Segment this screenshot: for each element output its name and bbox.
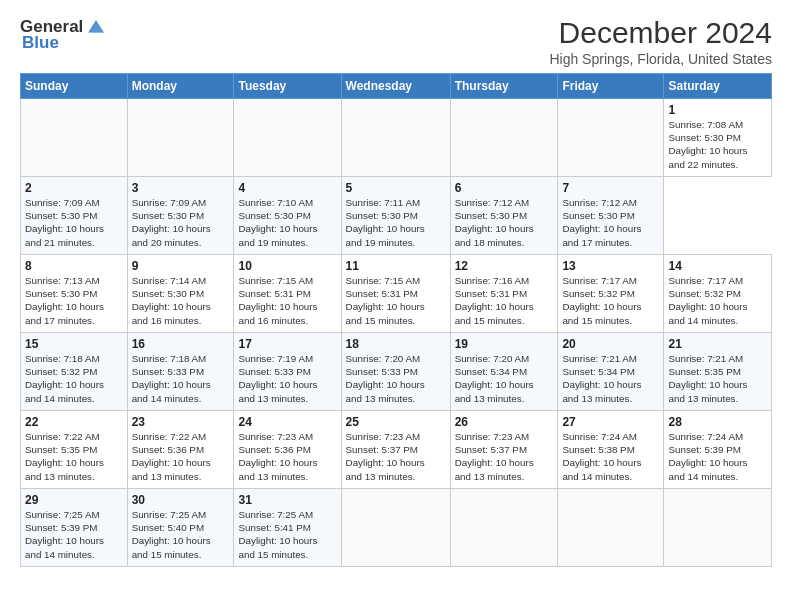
day-info: Sunrise: 7:21 AMSunset: 5:35 PMDaylight:… xyxy=(668,353,747,404)
calendar-cell: 13Sunrise: 7:17 AMSunset: 5:32 PMDayligh… xyxy=(558,255,664,333)
day-number: 13 xyxy=(562,259,659,273)
day-number: 7 xyxy=(562,181,659,195)
calendar-cell xyxy=(341,99,450,177)
day-number: 2 xyxy=(25,181,123,195)
calendar-cell: 15Sunrise: 7:18 AMSunset: 5:32 PMDayligh… xyxy=(21,333,128,411)
calendar-cell xyxy=(127,99,234,177)
calendar-cell: 27Sunrise: 7:24 AMSunset: 5:38 PMDayligh… xyxy=(558,411,664,489)
calendar-cell: 10Sunrise: 7:15 AMSunset: 5:31 PMDayligh… xyxy=(234,255,341,333)
day-number: 23 xyxy=(132,415,230,429)
day-info: Sunrise: 7:21 AMSunset: 5:34 PMDaylight:… xyxy=(562,353,641,404)
day-info: Sunrise: 7:15 AMSunset: 5:31 PMDaylight:… xyxy=(346,275,425,326)
calendar-header-wednesday: Wednesday xyxy=(341,74,450,99)
calendar-cell: 28Sunrise: 7:24 AMSunset: 5:39 PMDayligh… xyxy=(664,411,772,489)
day-number: 5 xyxy=(346,181,446,195)
calendar-cell xyxy=(341,489,450,567)
day-number: 21 xyxy=(668,337,767,351)
day-number: 3 xyxy=(132,181,230,195)
day-number: 24 xyxy=(238,415,336,429)
calendar-header-monday: Monday xyxy=(127,74,234,99)
day-number: 18 xyxy=(346,337,446,351)
logo: General Blue xyxy=(20,16,107,53)
calendar-cell xyxy=(558,489,664,567)
day-info: Sunrise: 7:25 AMSunset: 5:41 PMDaylight:… xyxy=(238,509,317,560)
day-info: Sunrise: 7:10 AMSunset: 5:30 PMDaylight:… xyxy=(238,197,317,248)
subtitle: High Springs, Florida, United States xyxy=(549,51,772,67)
day-number: 8 xyxy=(25,259,123,273)
calendar-cell: 5Sunrise: 7:11 AMSunset: 5:30 PMDaylight… xyxy=(341,177,450,255)
day-info: Sunrise: 7:24 AMSunset: 5:39 PMDaylight:… xyxy=(668,431,747,482)
day-info: Sunrise: 7:09 AMSunset: 5:30 PMDaylight:… xyxy=(25,197,104,248)
day-info: Sunrise: 7:23 AMSunset: 5:36 PMDaylight:… xyxy=(238,431,317,482)
calendar-cell: 31Sunrise: 7:25 AMSunset: 5:41 PMDayligh… xyxy=(234,489,341,567)
calendar-header-friday: Friday xyxy=(558,74,664,99)
calendar-cell xyxy=(558,99,664,177)
calendar-week-3: 8Sunrise: 7:13 AMSunset: 5:30 PMDaylight… xyxy=(21,255,772,333)
calendar-header-sunday: Sunday xyxy=(21,74,128,99)
day-number: 12 xyxy=(455,259,554,273)
logo-icon xyxy=(85,16,107,38)
day-number: 19 xyxy=(455,337,554,351)
title-block: December 2024 High Springs, Florida, Uni… xyxy=(549,16,772,67)
calendar-header-saturday: Saturday xyxy=(664,74,772,99)
calendar-cell: 4Sunrise: 7:10 AMSunset: 5:30 PMDaylight… xyxy=(234,177,341,255)
calendar-week-5: 22Sunrise: 7:22 AMSunset: 5:35 PMDayligh… xyxy=(21,411,772,489)
day-number: 26 xyxy=(455,415,554,429)
calendar-cell: 2Sunrise: 7:09 AMSunset: 5:30 PMDaylight… xyxy=(21,177,128,255)
calendar-cell: 20Sunrise: 7:21 AMSunset: 5:34 PMDayligh… xyxy=(558,333,664,411)
calendar-cell xyxy=(450,489,558,567)
calendar-cell: 21Sunrise: 7:21 AMSunset: 5:35 PMDayligh… xyxy=(664,333,772,411)
day-number: 31 xyxy=(238,493,336,507)
day-info: Sunrise: 7:22 AMSunset: 5:36 PMDaylight:… xyxy=(132,431,211,482)
day-number: 16 xyxy=(132,337,230,351)
calendar-header-thursday: Thursday xyxy=(450,74,558,99)
calendar-cell: 25Sunrise: 7:23 AMSunset: 5:37 PMDayligh… xyxy=(341,411,450,489)
day-info: Sunrise: 7:25 AMSunset: 5:40 PMDaylight:… xyxy=(132,509,211,560)
day-info: Sunrise: 7:12 AMSunset: 5:30 PMDaylight:… xyxy=(562,197,641,248)
calendar-cell: 18Sunrise: 7:20 AMSunset: 5:33 PMDayligh… xyxy=(341,333,450,411)
day-number: 28 xyxy=(668,415,767,429)
day-number: 22 xyxy=(25,415,123,429)
calendar-cell: 29Sunrise: 7:25 AMSunset: 5:39 PMDayligh… xyxy=(21,489,128,567)
calendar-cell: 9Sunrise: 7:14 AMSunset: 5:30 PMDaylight… xyxy=(127,255,234,333)
day-info: Sunrise: 7:17 AMSunset: 5:32 PMDaylight:… xyxy=(668,275,747,326)
day-info: Sunrise: 7:18 AMSunset: 5:33 PMDaylight:… xyxy=(132,353,211,404)
page: General Blue December 2024 High Springs,… xyxy=(0,0,792,612)
calendar-cell: 17Sunrise: 7:19 AMSunset: 5:33 PMDayligh… xyxy=(234,333,341,411)
calendar-cell: 26Sunrise: 7:23 AMSunset: 5:37 PMDayligh… xyxy=(450,411,558,489)
calendar-cell: 7Sunrise: 7:12 AMSunset: 5:30 PMDaylight… xyxy=(558,177,664,255)
calendar-cell xyxy=(450,99,558,177)
main-title: December 2024 xyxy=(549,16,772,49)
calendar-cell: 14Sunrise: 7:17 AMSunset: 5:32 PMDayligh… xyxy=(664,255,772,333)
calendar-week-1: 1Sunrise: 7:08 AMSunset: 5:30 PMDaylight… xyxy=(21,99,772,177)
day-number: 10 xyxy=(238,259,336,273)
day-number: 20 xyxy=(562,337,659,351)
day-info: Sunrise: 7:16 AMSunset: 5:31 PMDaylight:… xyxy=(455,275,534,326)
day-number: 17 xyxy=(238,337,336,351)
day-number: 9 xyxy=(132,259,230,273)
day-info: Sunrise: 7:11 AMSunset: 5:30 PMDaylight:… xyxy=(346,197,425,248)
calendar-cell: 11Sunrise: 7:15 AMSunset: 5:31 PMDayligh… xyxy=(341,255,450,333)
day-info: Sunrise: 7:25 AMSunset: 5:39 PMDaylight:… xyxy=(25,509,104,560)
calendar-cell: 8Sunrise: 7:13 AMSunset: 5:30 PMDaylight… xyxy=(21,255,128,333)
calendar-week-6: 29Sunrise: 7:25 AMSunset: 5:39 PMDayligh… xyxy=(21,489,772,567)
day-info: Sunrise: 7:24 AMSunset: 5:38 PMDaylight:… xyxy=(562,431,641,482)
calendar-cell: 19Sunrise: 7:20 AMSunset: 5:34 PMDayligh… xyxy=(450,333,558,411)
day-info: Sunrise: 7:08 AMSunset: 5:30 PMDaylight:… xyxy=(668,119,747,170)
day-info: Sunrise: 7:14 AMSunset: 5:30 PMDaylight:… xyxy=(132,275,211,326)
calendar-cell xyxy=(664,489,772,567)
calendar-cell: 23Sunrise: 7:22 AMSunset: 5:36 PMDayligh… xyxy=(127,411,234,489)
calendar-cell: 16Sunrise: 7:18 AMSunset: 5:33 PMDayligh… xyxy=(127,333,234,411)
day-number: 11 xyxy=(346,259,446,273)
day-number: 6 xyxy=(455,181,554,195)
day-info: Sunrise: 7:19 AMSunset: 5:33 PMDaylight:… xyxy=(238,353,317,404)
header: General Blue December 2024 High Springs,… xyxy=(20,16,772,67)
day-info: Sunrise: 7:20 AMSunset: 5:34 PMDaylight:… xyxy=(455,353,534,404)
day-number: 14 xyxy=(668,259,767,273)
calendar-cell: 30Sunrise: 7:25 AMSunset: 5:40 PMDayligh… xyxy=(127,489,234,567)
day-info: Sunrise: 7:13 AMSunset: 5:30 PMDaylight:… xyxy=(25,275,104,326)
calendar-cell: 22Sunrise: 7:22 AMSunset: 5:35 PMDayligh… xyxy=(21,411,128,489)
calendar-cell xyxy=(234,99,341,177)
day-info: Sunrise: 7:18 AMSunset: 5:32 PMDaylight:… xyxy=(25,353,104,404)
day-info: Sunrise: 7:12 AMSunset: 5:30 PMDaylight:… xyxy=(455,197,534,248)
